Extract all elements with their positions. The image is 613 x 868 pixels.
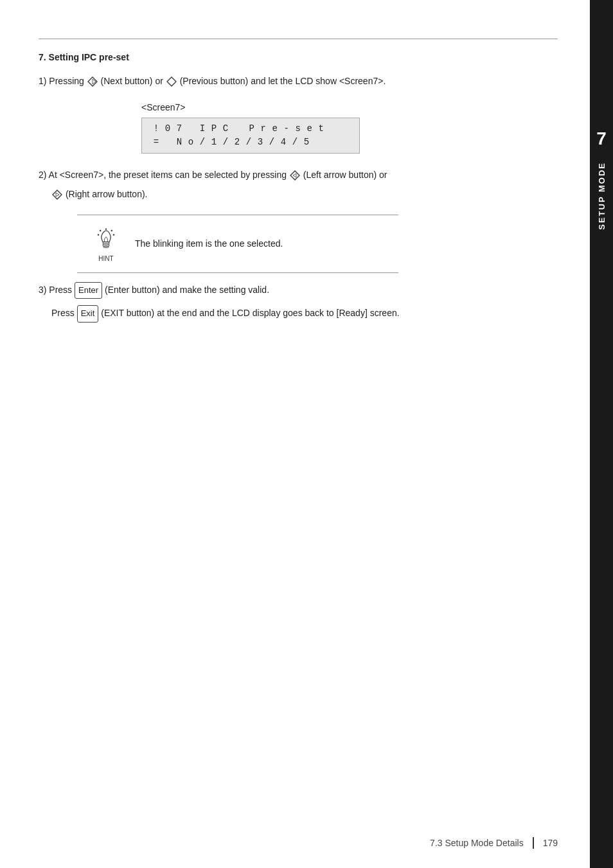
- lcd-row-1: ! 0 7 I P C P r e - s e t: [152, 122, 349, 136]
- lcd-row-2: = N o / 1 / 2 / 3 / 4 / 5: [152, 136, 349, 149]
- step3-press: Press Exit (EXIT button) at the end and …: [51, 305, 558, 322]
- left-arrow-icon: [290, 170, 300, 181]
- lcd-display: ! 0 7 I P C P r e - s e t = N o: [141, 118, 360, 154]
- svg-point-9: [100, 230, 101, 231]
- hint-icon-container: HINT: [90, 226, 122, 262]
- footer-page: 179: [543, 838, 558, 848]
- svg-marker-2: [167, 77, 176, 86]
- top-rule: [39, 39, 558, 39]
- step1-pressing: Pressing: [49, 76, 84, 86]
- svg-point-8: [111, 230, 112, 231]
- hint-text: The blinking item is the one selected.: [135, 237, 283, 251]
- page-container: 7. Setting IPC pre-set 1) Pressing (Next…: [0, 0, 613, 868]
- hint-bulb-icon: [92, 226, 120, 254]
- step3-post: (Enter button) and make the setting vali…: [102, 285, 269, 295]
- section-title: 7. Setting IPC pre-set: [39, 52, 558, 62]
- step1-prefix: 1): [39, 76, 49, 86]
- footer: 7.3 Setup Mode Details 179: [430, 837, 558, 849]
- step2-left-label: (Left arrow button) or: [303, 170, 387, 180]
- footer-section: 7.3 Setup Mode Details: [430, 838, 524, 848]
- svg-point-7: [105, 229, 107, 230]
- side-tab: 7 SETUP MODE: [590, 0, 613, 868]
- step1-prev-label: (Previous button) and let the LCD show <…: [180, 76, 386, 86]
- step-1: 1) Pressing (Next button) or (Previous: [39, 74, 558, 89]
- main-content: 7. Setting IPC pre-set 1) Pressing (Next…: [0, 0, 590, 868]
- footer-divider: [533, 837, 534, 849]
- step1-next-label: (Next button) or: [101, 76, 163, 86]
- svg-line-17: [105, 237, 106, 239]
- step3-press-pre: Press: [51, 308, 77, 318]
- step2-right-label: (Right arrow button).: [66, 189, 148, 199]
- step1-text: 1) Pressing (Next button) or (Previous: [39, 76, 386, 86]
- svg-marker-6: [56, 193, 59, 197]
- svg-point-11: [98, 235, 99, 236]
- hint-box: HINT The blinking item is the one select…: [77, 215, 398, 273]
- side-tab-text: SETUP MODE: [597, 162, 607, 230]
- svg-point-10: [113, 235, 114, 236]
- screen-label: <Screen7>: [141, 102, 558, 112]
- side-tab-number: 7: [596, 128, 607, 149]
- svg-marker-4: [293, 173, 296, 177]
- step-3: 3) Press Enter (Enter button) and make t…: [39, 282, 558, 299]
- step-2: 2) At <Screen7>, the preset items can be…: [39, 168, 558, 183]
- step2-cont: (Right arrow button).: [51, 187, 558, 202]
- prev-button-icon: [166, 76, 177, 87]
- step2-text: 2) At <Screen7>, the preset items can be…: [39, 170, 387, 180]
- svg-line-18: [106, 237, 107, 239]
- step3-pre: 3) Press: [39, 285, 75, 295]
- enter-button: Enter: [75, 282, 102, 299]
- step2-main: 2) At <Screen7>, the preset items can be…: [39, 170, 287, 180]
- exit-button: Exit: [77, 305, 99, 322]
- svg-marker-3: [290, 171, 299, 180]
- svg-marker-5: [53, 190, 62, 199]
- right-arrow-icon: [52, 190, 62, 200]
- step3-line2: Press Exit (EXIT button) at the end and …: [51, 308, 400, 318]
- svg-rect-14: [103, 246, 109, 247]
- next-button-icon: [87, 76, 98, 87]
- hint-label: HINT: [98, 255, 113, 262]
- step3-press-post: (EXIT button) at the end and the LCD dis…: [98, 308, 399, 318]
- svg-rect-13: [103, 244, 109, 246]
- step3-line1: 3) Press Enter (Enter button) and make t…: [39, 285, 269, 295]
